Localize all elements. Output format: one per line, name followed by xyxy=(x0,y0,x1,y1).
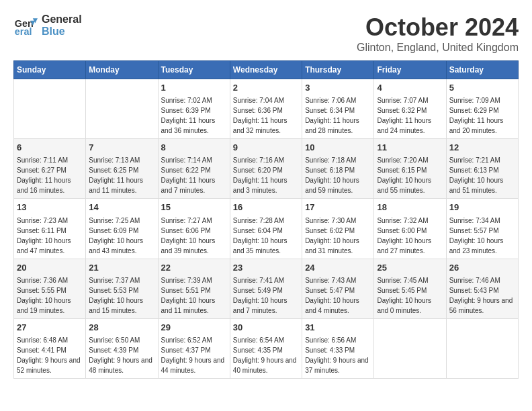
weekday-header-sunday: Sunday xyxy=(14,61,86,79)
day-info: Sunrise: 7:39 AM Sunset: 5:51 PM Dayligh… xyxy=(161,275,227,316)
day-number: 23 xyxy=(233,262,299,274)
calendar-week-2: 6Sunrise: 7:11 AM Sunset: 6:27 PM Daylig… xyxy=(14,139,519,199)
calendar-cell: 30Sunrise: 6:54 AM Sunset: 4:35 PM Dayli… xyxy=(230,318,302,378)
day-info: Sunrise: 7:34 AM Sunset: 5:57 PM Dayligh… xyxy=(449,216,515,256)
day-info: Sunrise: 7:06 AM Sunset: 6:34 PM Dayligh… xyxy=(305,95,371,136)
calendar-week-5: 27Sunrise: 6:48 AM Sunset: 4:41 PM Dayli… xyxy=(14,318,519,378)
calendar-cell: 8Sunrise: 7:14 AM Sunset: 6:22 PM Daylig… xyxy=(158,139,230,199)
calendar-cell: 17Sunrise: 7:30 AM Sunset: 6:02 PM Dayli… xyxy=(302,199,374,259)
day-info: Sunrise: 7:11 AM Sunset: 6:27 PM Dayligh… xyxy=(17,155,83,195)
calendar-cell: 1Sunrise: 7:02 AM Sunset: 6:39 PM Daylig… xyxy=(158,79,230,139)
day-number: 13 xyxy=(17,201,83,214)
day-info: Sunrise: 7:25 AM Sunset: 6:09 PM Dayligh… xyxy=(89,216,154,256)
calendar-cell: 22Sunrise: 7:39 AM Sunset: 5:51 PM Dayli… xyxy=(158,259,230,318)
day-info: Sunrise: 7:45 AM Sunset: 5:45 PM Dayligh… xyxy=(377,275,443,316)
day-info: Sunrise: 7:37 AM Sunset: 5:53 PM Dayligh… xyxy=(89,275,154,316)
day-info: Sunrise: 7:21 AM Sunset: 6:13 PM Dayligh… xyxy=(449,155,515,195)
location: Glinton, England, United Kingdom xyxy=(357,42,519,54)
logo-icon: Gen eral xyxy=(13,13,38,38)
day-info: Sunrise: 7:36 AM Sunset: 5:55 PM Dayligh… xyxy=(17,275,83,316)
day-number: 19 xyxy=(449,201,515,214)
calendar-cell: 23Sunrise: 7:41 AM Sunset: 5:49 PM Dayli… xyxy=(230,259,302,318)
day-number: 12 xyxy=(449,142,515,154)
day-info: Sunrise: 7:16 AM Sunset: 6:20 PM Dayligh… xyxy=(233,155,299,195)
weekday-header-monday: Monday xyxy=(86,61,158,79)
calendar-cell: 19Sunrise: 7:34 AM Sunset: 5:57 PM Dayli… xyxy=(446,199,518,259)
day-info: Sunrise: 6:52 AM Sunset: 4:37 PM Dayligh… xyxy=(161,335,227,375)
calendar-cell: 14Sunrise: 7:25 AM Sunset: 6:09 PM Dayli… xyxy=(86,199,158,259)
calendar-cell: 21Sunrise: 7:37 AM Sunset: 5:53 PM Dayli… xyxy=(86,259,158,318)
calendar-cell xyxy=(374,318,446,378)
weekday-header-friday: Friday xyxy=(374,61,446,79)
day-number: 30 xyxy=(233,322,299,334)
day-info: Sunrise: 7:02 AM Sunset: 6:39 PM Dayligh… xyxy=(161,95,227,136)
day-info: Sunrise: 6:48 AM Sunset: 4:41 PM Dayligh… xyxy=(17,335,83,375)
day-number: 18 xyxy=(377,201,443,214)
day-info: Sunrise: 7:07 AM Sunset: 6:32 PM Dayligh… xyxy=(377,95,443,136)
day-number: 28 xyxy=(89,322,154,334)
day-number: 21 xyxy=(89,262,154,274)
day-number: 27 xyxy=(17,322,83,334)
day-number: 2 xyxy=(233,82,299,94)
day-number: 15 xyxy=(161,201,227,214)
day-info: Sunrise: 6:54 AM Sunset: 4:35 PM Dayligh… xyxy=(233,335,299,375)
calendar-week-3: 13Sunrise: 7:23 AM Sunset: 6:11 PM Dayli… xyxy=(14,199,519,259)
day-number: 6 xyxy=(17,142,83,154)
calendar-cell: 15Sunrise: 7:27 AM Sunset: 6:06 PM Dayli… xyxy=(158,199,230,259)
day-info: Sunrise: 7:13 AM Sunset: 6:25 PM Dayligh… xyxy=(89,155,154,195)
day-info: Sunrise: 7:46 AM Sunset: 5:43 PM Dayligh… xyxy=(449,275,515,316)
weekday-header-thursday: Thursday xyxy=(302,61,374,79)
calendar-cell: 10Sunrise: 7:18 AM Sunset: 6:18 PM Dayli… xyxy=(302,139,374,199)
logo: Gen eral General Blue xyxy=(13,13,82,38)
calendar-cell xyxy=(446,318,518,378)
day-number: 25 xyxy=(377,262,443,274)
weekday-header-saturday: Saturday xyxy=(446,61,518,79)
svg-text:eral: eral xyxy=(15,26,32,37)
calendar-cell: 25Sunrise: 7:45 AM Sunset: 5:45 PM Dayli… xyxy=(374,259,446,318)
day-number: 7 xyxy=(89,142,154,154)
day-info: Sunrise: 7:27 AM Sunset: 6:06 PM Dayligh… xyxy=(161,216,227,256)
day-number: 26 xyxy=(449,262,515,274)
calendar-cell: 9Sunrise: 7:16 AM Sunset: 6:20 PM Daylig… xyxy=(230,139,302,199)
calendar-cell: 24Sunrise: 7:43 AM Sunset: 5:47 PM Dayli… xyxy=(302,259,374,318)
month-title: October 2024 xyxy=(357,13,519,42)
page-header: Gen eral General Blue October 2024 Glint… xyxy=(13,13,519,54)
day-info: Sunrise: 7:18 AM Sunset: 6:18 PM Dayligh… xyxy=(305,155,371,195)
calendar-cell: 7Sunrise: 7:13 AM Sunset: 6:25 PM Daylig… xyxy=(86,139,158,199)
calendar-cell: 11Sunrise: 7:20 AM Sunset: 6:15 PM Dayli… xyxy=(374,139,446,199)
calendar-table: SundayMondayTuesdayWednesdayThursdayFrid… xyxy=(13,60,519,379)
day-info: Sunrise: 7:04 AM Sunset: 6:36 PM Dayligh… xyxy=(233,95,299,136)
calendar-cell xyxy=(14,79,86,139)
logo-text-line2: Blue xyxy=(42,26,82,38)
weekday-header-tuesday: Tuesday xyxy=(158,61,230,79)
day-number: 20 xyxy=(17,262,83,274)
day-number: 29 xyxy=(161,322,227,334)
day-number: 5 xyxy=(449,82,515,94)
calendar-cell xyxy=(86,79,158,139)
day-number: 1 xyxy=(161,82,227,94)
calendar-week-4: 20Sunrise: 7:36 AM Sunset: 5:55 PM Dayli… xyxy=(14,259,519,318)
day-number: 14 xyxy=(89,201,154,214)
day-number: 22 xyxy=(161,262,227,274)
day-number: 10 xyxy=(305,142,371,154)
day-number: 16 xyxy=(233,201,299,214)
calendar-cell: 4Sunrise: 7:07 AM Sunset: 6:32 PM Daylig… xyxy=(374,79,446,139)
calendar-cell: 2Sunrise: 7:04 AM Sunset: 6:36 PM Daylig… xyxy=(230,79,302,139)
calendar-cell: 13Sunrise: 7:23 AM Sunset: 6:11 PM Dayli… xyxy=(14,199,86,259)
calendar-cell: 20Sunrise: 7:36 AM Sunset: 5:55 PM Dayli… xyxy=(14,259,86,318)
day-number: 17 xyxy=(305,201,371,214)
calendar-week-1: 1Sunrise: 7:02 AM Sunset: 6:39 PM Daylig… xyxy=(14,79,519,139)
calendar-cell: 31Sunrise: 6:56 AM Sunset: 4:33 PM Dayli… xyxy=(302,318,374,378)
calendar-cell: 3Sunrise: 7:06 AM Sunset: 6:34 PM Daylig… xyxy=(302,79,374,139)
calendar-cell: 16Sunrise: 7:28 AM Sunset: 6:04 PM Dayli… xyxy=(230,199,302,259)
day-number: 8 xyxy=(161,142,227,154)
day-info: Sunrise: 7:32 AM Sunset: 6:00 PM Dayligh… xyxy=(377,216,443,256)
day-info: Sunrise: 7:20 AM Sunset: 6:15 PM Dayligh… xyxy=(377,155,443,195)
day-info: Sunrise: 7:30 AM Sunset: 6:02 PM Dayligh… xyxy=(305,216,371,256)
title-block: October 2024 Glinton, England, United Ki… xyxy=(357,13,519,54)
day-info: Sunrise: 7:28 AM Sunset: 6:04 PM Dayligh… xyxy=(233,216,299,256)
calendar-cell: 6Sunrise: 7:11 AM Sunset: 6:27 PM Daylig… xyxy=(14,139,86,199)
calendar-cell: 27Sunrise: 6:48 AM Sunset: 4:41 PM Dayli… xyxy=(14,318,86,378)
calendar-cell: 29Sunrise: 6:52 AM Sunset: 4:37 PM Dayli… xyxy=(158,318,230,378)
calendar-cell: 28Sunrise: 6:50 AM Sunset: 4:39 PM Dayli… xyxy=(86,318,158,378)
